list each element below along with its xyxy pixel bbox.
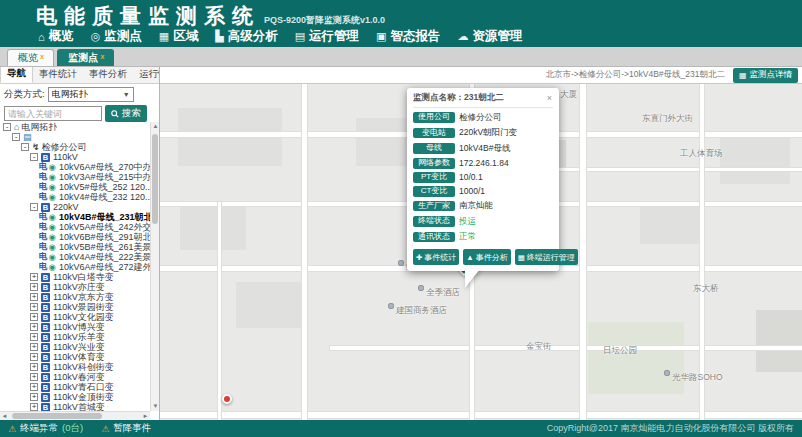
popup-field-value: 10/0.1 [459,172,483,182]
tree-node[interactable]: +B110kV文化园变 [0,312,150,322]
tree-node-label: 10kV4#母线_232 120... [59,192,150,202]
expand-toggle-icon[interactable]: + [30,313,38,321]
tab-close-icon[interactable]: x [100,49,104,64]
tree-node-label: 10kV4A#母线_222美景 [59,252,150,262]
expand-toggle-icon[interactable]: + [30,283,38,291]
popup-button-terminal[interactable]: ▦终端运行管理 [515,249,578,265]
nav-item-label: 概览 [49,28,74,45]
sidebar-tab-导航[interactable]: 导航 [0,67,33,83]
tree-node[interactable]: 电◉10kV6B#母线_291朝北 [0,232,150,242]
expand-toggle-icon[interactable]: + [30,353,38,361]
tree-node[interactable]: +B110kV春河变 [0,372,150,382]
scroll-thumb[interactable] [12,413,102,419]
nav-item-region[interactable]: ▦区域 [159,28,198,45]
popup-rows: 使用公司检修分公司变电站220kV朝阳门变母线10kV4B#母线网络参数172.… [413,112,553,244]
tree-node-label: 10kV6A#母线_270中办 [59,162,150,172]
tree-horizontal-scrollbar[interactable]: ◄ ► [0,411,150,420]
tree-node[interactable]: -▤ [0,132,150,142]
expand-toggle-icon[interactable]: + [30,393,38,401]
expand-toggle-icon[interactable]: + [30,293,38,301]
nav-item-cloud[interactable]: ☁资源管理 [457,28,522,45]
collapse-toggle-icon[interactable]: - [30,153,38,161]
tree-node[interactable]: 电◉10kV6A#母线_270中办 [0,162,150,172]
popup-field-row: CT变比1000/1 [413,186,553,197]
scroll-down-arrow[interactable]: ▼ [151,402,160,411]
status-item-终端异常[interactable]: ⚠终端异常(0台) [8,422,83,435]
tree-node[interactable]: +B110kV兴业变 [0,342,150,352]
tree-node[interactable]: +B110kV亦庄变 [0,282,150,292]
expand-toggle-icon[interactable]: + [30,273,38,281]
popup-button-stats[interactable]: ✚事件统计 [413,249,459,265]
window-tab-概览[interactable]: 概览x [7,49,54,66]
tree-node[interactable]: 电◉10kV4A#母线_222美景 [0,252,150,262]
nav-item-report[interactable]: ▣智态报告 [376,28,440,45]
popup-buttons: ✚事件统计▲事件分析▦终端运行管理 [413,249,553,265]
map-block [178,108,282,166]
expand-toggle-icon[interactable]: + [30,403,38,411]
scroll-up-arrow[interactable]: ▲ [151,122,160,131]
tree-node[interactable]: +B110kV乐羊变 [0,332,150,342]
expand-toggle-icon[interactable]: + [30,333,38,341]
scroll-thumb[interactable] [152,134,158,224]
tree-node[interactable]: +B110kV博兴变 [0,322,150,332]
scroll-right-arrow[interactable]: ► [141,412,150,420]
tree-node[interactable]: +B110kV首城变 [0,402,150,411]
nav-item-chart[interactable]: ▙高级分析 [215,28,277,45]
collapse-toggle-icon[interactable]: - [21,143,29,151]
map-label: 东直门外大街 [642,113,693,125]
search-icon [111,110,119,118]
tree-node[interactable]: +B110kV科创街变 [0,362,150,372]
tree-node-label: 电网拓扑 [21,122,57,132]
tree-node[interactable]: +B110kV白塔寺变 [0,272,150,282]
popup-button-label: 事件统计 [424,252,456,263]
tree-node[interactable]: +B110kV景园街变 [0,302,150,312]
collapse-toggle-icon[interactable]: - [12,133,20,141]
expand-toggle-icon[interactable]: + [30,373,38,381]
red-poi-marker[interactable] [222,394,232,404]
status-item-暂降事件[interactable]: ⚠暂降事件 [101,422,151,435]
popup-close-icon[interactable]: × [546,94,553,102]
search-input[interactable] [4,106,102,121]
expand-toggle-icon[interactable]: + [30,363,38,371]
tree-node[interactable]: +B110kV体育变 [0,352,150,362]
tree-node[interactable]: -B110kV [0,152,150,162]
popup-button-analysis[interactable]: ▲事件分析 [463,249,510,265]
search-button[interactable]: 搜索 [105,105,147,122]
map-canvas[interactable]: 宁夏大厦东直门外大街北新桥东四十条小学工人体育场朝内头条社区全季酒店建国商务酒店… [160,84,802,420]
sidebar-tab-事件统计[interactable]: 事件统计 [33,67,83,83]
tree-node[interactable]: +B110kV青石口变 [0,382,150,392]
tree-node[interactable]: +B110kV金顶街变 [0,392,150,402]
meter-gear-icon: ◉ [49,242,56,252]
tree-node[interactable]: 电◉10kV6A#母线_272建外 [0,262,150,272]
nav-item-ops[interactable]: ▤运行管理 [295,28,359,45]
popup-field-value: 10kV4B#母线 [459,143,511,155]
tree-node[interactable]: -⌂电网拓扑 [0,122,150,132]
tree-node[interactable]: -↯检修分公司 [0,142,150,152]
collapse-toggle-icon[interactable]: - [30,203,38,211]
scroll-left-arrow[interactable]: ◄ [0,412,9,420]
company-bolt-icon: ↯ [32,142,40,152]
tree-vertical-scrollbar[interactable]: ▲ ▼ [150,122,159,411]
expand-toggle-icon[interactable]: + [30,303,38,311]
tree-node[interactable]: 电◉10kV5#母线_252 120... [0,182,150,192]
expand-toggle-icon[interactable]: + [30,383,38,391]
tab-close-icon[interactable]: x [40,49,44,64]
sidebar-tab-事件分析[interactable]: 事件分析 [83,67,133,83]
tree-node[interactable]: 电◉10kV4#母线_232 120... [0,192,150,202]
monitor-point-detail-button[interactable]: ▦ 监测点详情 [733,68,798,83]
sidebar-tab-运行情况[interactable]: 运行情况 [133,67,160,83]
meter-dian-icon: 电 [39,242,48,252]
nav-item-home[interactable]: ⌂概览 [38,28,74,45]
tree-node[interactable]: 电◉10kV5A#母线_242外交 [0,222,150,232]
tree-node[interactable]: 电◉10kV5B#母线_261美景 [0,242,150,252]
expand-toggle-icon[interactable]: + [30,343,38,351]
expand-toggle-icon[interactable]: + [30,323,38,331]
collapse-toggle-icon[interactable]: - [3,123,11,131]
nav-item-target[interactable]: ◎监测点 [91,28,142,45]
tree-node[interactable]: 电◉10kV4B#母线_231朝北二 [0,212,150,222]
tree-node[interactable]: -B220kV [0,202,150,212]
window-tab-监测点[interactable]: 监测点x [57,49,114,66]
tree-node[interactable]: +B110kV京东方变 [0,292,150,302]
classify-select[interactable]: 电网拓扑 ▼ [48,87,134,102]
tree-node[interactable]: 电◉10kV3A#母线_215中办 [0,172,150,182]
